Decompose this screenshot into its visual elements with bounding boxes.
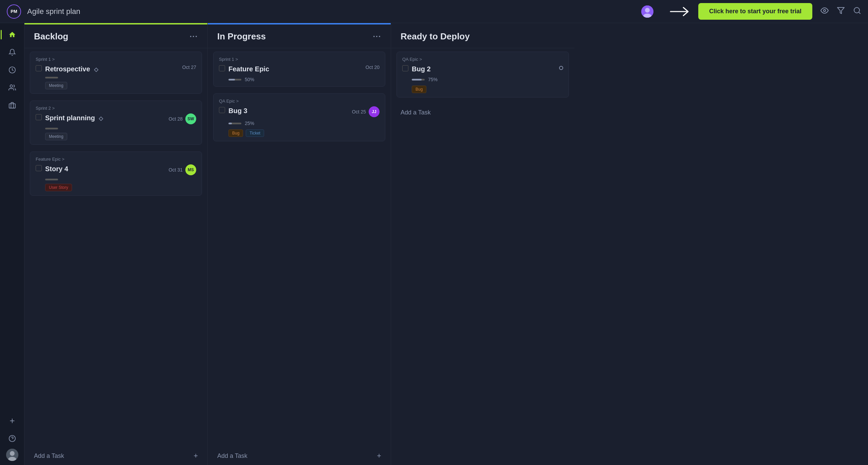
task-card-story4[interactable]: Feature Epic > Story 4 Oct 31 MS	[30, 151, 202, 196]
task-epic: QA Epic >	[219, 99, 380, 104]
task-left: Sprint planning ◇	[36, 113, 166, 122]
add-task-backlog[interactable]: Add a Task +	[24, 447, 207, 465]
progress-bar-bg	[45, 77, 58, 78]
free-trial-button[interactable]: Click here to start your free trial	[698, 3, 812, 20]
task-progress-row: 25%	[228, 121, 380, 126]
search-icon[interactable]	[853, 6, 861, 17]
task-main-row: Bug 2	[402, 65, 563, 73]
task-footer: Meeting	[45, 82, 196, 89]
progress-label: 75%	[428, 77, 438, 82]
add-task-label: Add a Task	[401, 109, 431, 116]
column-in-progress: In Progress ··· Sprint 1 > Feature Epic …	[208, 23, 391, 465]
task-right: Oct 31 MS	[169, 164, 196, 175]
task-right: Oct 25 JJ	[352, 106, 380, 117]
task-card-retrospective[interactable]: Sprint 1 > Retrospective ◇ Oct 27 Meetin	[30, 52, 202, 94]
tag-bug: Bug	[412, 86, 426, 93]
task-footer: Bug Ticket	[228, 129, 380, 137]
sidebar-avatar-image	[6, 449, 18, 461]
task-checkbox[interactable]	[36, 114, 42, 120]
sidebar-bottom	[5, 413, 20, 461]
task-progress-row	[45, 77, 196, 78]
add-task-icon: +	[193, 451, 198, 460]
sidebar-item-users[interactable]	[5, 80, 20, 95]
column-backlog: Backlog ··· Sprint 1 > Retrospective ◇ O…	[24, 23, 208, 465]
sidebar-item-bell[interactable]	[5, 45, 20, 60]
task-tags: Bug Ticket	[228, 129, 264, 137]
sidebar-item-home[interactable]	[5, 27, 20, 42]
task-tags: User Story	[45, 184, 72, 191]
backlog-menu[interactable]: ···	[190, 32, 198, 41]
backlog-header: Backlog ···	[24, 24, 207, 48]
add-task-in-progress[interactable]: Add a Task +	[208, 447, 391, 465]
pm-logo[interactable]: PM	[7, 4, 21, 19]
progress-bar-bg	[228, 123, 241, 124]
task-card-bug2[interactable]: QA Epic > Bug 2 75% Bug	[396, 52, 569, 97]
plus-icon	[8, 417, 16, 425]
task-main-row: Story 4 Oct 31 MS	[36, 164, 196, 175]
sidebar-item-help[interactable]	[5, 431, 20, 446]
progress-bar-fill	[412, 79, 422, 81]
task-card-bug3[interactable]: QA Epic > Bug 3 Oct 25 JJ 25%	[213, 93, 385, 141]
progress-label: 25%	[245, 121, 254, 126]
user-avatar[interactable]	[641, 5, 653, 18]
task-date: Oct 27	[182, 65, 196, 70]
filter-icon[interactable]	[837, 6, 845, 17]
svg-point-15	[10, 451, 15, 456]
briefcase-icon	[8, 102, 16, 109]
avatar-image	[641, 5, 653, 18]
task-card-sprint-planning[interactable]: Sprint 2 > Sprint planning ◇ Oct 28 SW	[30, 101, 202, 145]
add-task-ready[interactable]: Add a Task	[391, 104, 574, 121]
diamond-icon: ◇	[99, 115, 103, 121]
task-left: Story 4	[36, 164, 166, 173]
progress-bar-fill	[228, 79, 235, 81]
task-left: Retrospective ◇	[36, 65, 180, 73]
task-checkbox[interactable]	[219, 65, 225, 71]
task-assignee: MS	[185, 164, 196, 175]
task-checkbox[interactable]	[402, 65, 408, 71]
svg-point-3	[824, 10, 826, 12]
in-progress-header: In Progress ···	[208, 24, 391, 48]
task-epic: QA Epic >	[402, 57, 563, 62]
eye-icon[interactable]	[820, 6, 829, 17]
task-title: Bug 2	[412, 65, 431, 73]
sidebar-item-briefcase[interactable]	[5, 98, 20, 113]
task-epic: Sprint 2 >	[36, 106, 196, 111]
task-left: Bug 2	[402, 65, 556, 73]
task-checkbox[interactable]	[36, 165, 42, 171]
clock-icon	[8, 66, 16, 74]
tag-ticket: Ticket	[246, 129, 264, 137]
user-sidebar-avatar[interactable]	[6, 449, 18, 461]
tag-bug: Bug	[228, 129, 243, 137]
progress-bar-bg	[228, 79, 241, 81]
main-layout: Backlog ··· Sprint 1 > Retrospective ◇ O…	[0, 23, 868, 465]
task-title: Retrospective ◇	[45, 65, 98, 73]
tag-meeting: Meeting	[45, 82, 67, 89]
task-checkbox[interactable]	[36, 65, 42, 71]
task-checkbox[interactable]	[219, 107, 225, 113]
task-tags: Bug	[412, 86, 426, 93]
progress-label: 50%	[245, 77, 254, 82]
task-main-row: Sprint planning ◇ Oct 28 SW	[36, 113, 196, 124]
task-date: Oct 20	[366, 65, 380, 70]
task-date: Oct 25	[352, 109, 366, 114]
progress-bar-bg	[45, 179, 58, 180]
tag-meeting: Meeting	[45, 133, 67, 140]
task-card-feature-epic[interactable]: Sprint 1 > Feature Epic Oct 20 50%	[213, 52, 385, 87]
task-progress-row: 75%	[412, 77, 563, 82]
task-assignee: JJ	[369, 106, 380, 117]
status-circle	[559, 66, 563, 70]
task-date: Oct 28	[169, 116, 183, 122]
home-icon	[8, 31, 16, 38]
backlog-title: Backlog	[34, 31, 68, 42]
task-main-row: Bug 3 Oct 25 JJ	[219, 106, 380, 117]
page-title: Agile sprint plan	[27, 7, 637, 16]
svg-point-1	[645, 8, 650, 13]
task-footer: Meeting	[45, 133, 196, 140]
svg-point-8	[10, 85, 12, 87]
sidebar-item-add[interactable]	[5, 413, 20, 428]
users-icon	[8, 84, 16, 91]
svg-rect-9	[9, 104, 15, 108]
task-title: Sprint planning ◇	[45, 113, 103, 122]
in-progress-menu[interactable]: ···	[373, 32, 381, 41]
sidebar-item-clock[interactable]	[5, 62, 20, 77]
